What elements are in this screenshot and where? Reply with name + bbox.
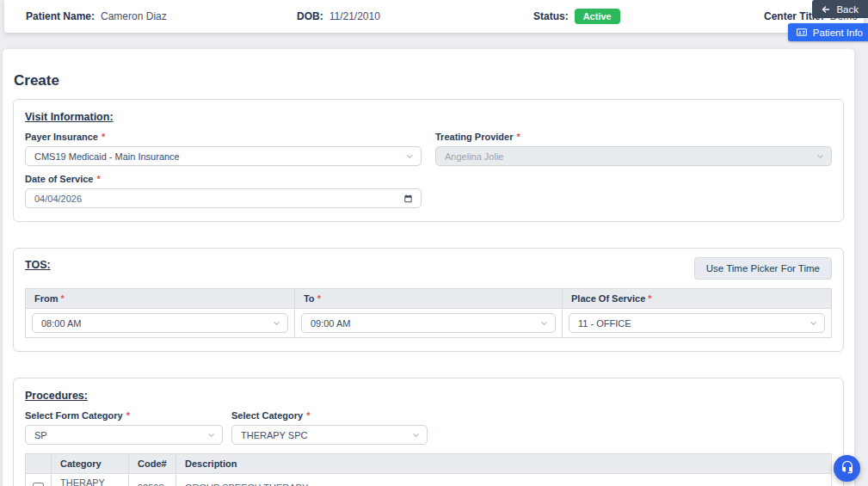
chevron-down-icon: [405, 151, 415, 161]
required-marker: *: [306, 410, 310, 421]
tos-from-cell: 08:00 AM: [26, 309, 295, 338]
procedures-category-header: Category: [52, 454, 129, 474]
procedure-description-cell: GROUP SPEECH THERAPY: [176, 474, 832, 486]
payer-insurance-field: Payer Insurance * CMS19 Medicaid - Main …: [25, 124, 422, 166]
to-time-select[interactable]: 09:00 AM: [301, 313, 556, 333]
select-form-category-field: Select Form Category * SP: [25, 403, 223, 445]
from-time-value: 08:00 AM: [41, 318, 81, 329]
dob-value: 11/21/2010: [329, 10, 380, 22]
select-category-select[interactable]: THERAPY SPC: [231, 425, 428, 445]
required-marker: *: [102, 132, 105, 142]
chevron-down-icon: [411, 430, 421, 440]
page-title: Create: [14, 72, 844, 89]
procedures-table: Category Code# Description THERAPY SPC 9…: [25, 453, 832, 486]
to-time-value: 09:00 AM: [311, 318, 350, 329]
select-form-category-value: SP: [34, 430, 47, 440]
procedures-checkbox-header: [26, 454, 52, 474]
procedures-table-body: THERAPY SPC 92508 GROUP SPEECH THERAPY T…: [26, 474, 832, 486]
required-marker: *: [516, 132, 520, 142]
select-category-field: Select Category * THERAPY SPC: [231, 403, 428, 445]
date-of-service-value: 04/04/2026: [34, 194, 82, 204]
tos-to-cell: 09:00 AM: [294, 309, 562, 338]
chevron-down-icon: [539, 318, 549, 328]
tos-pos-header: Place Of Service *: [563, 289, 832, 309]
tos-pos-cell: 11 - OFFICE: [563, 309, 832, 338]
required-marker: *: [96, 174, 100, 184]
procedures-description-header: Description: [176, 454, 832, 474]
tos-to-header: To *: [294, 289, 562, 309]
headset-icon: [840, 460, 854, 477]
procedures-code-header: Code#: [129, 454, 176, 474]
procedures-section: Procedures: Select Form Category * SP Se…: [13, 378, 844, 486]
support-button[interactable]: [834, 455, 860, 482]
procedure-category-cell: THERAPY SPC: [52, 474, 129, 486]
back-button[interactable]: Back: [812, 0, 868, 18]
from-time-select[interactable]: 08:00 AM: [32, 313, 288, 333]
tos-title: TOS:: [25, 259, 51, 271]
patient-header-bar: Patient Name: Cameron Diaz DOB: 11/21/20…: [4, 0, 864, 33]
tos-table: From * To * Place Of Service * 08:00 AM: [25, 288, 832, 338]
required-marker: *: [126, 410, 130, 421]
id-card-icon: [796, 27, 808, 38]
select-category-label: Select Category *: [231, 410, 428, 421]
back-button-label: Back: [836, 4, 859, 15]
date-of-service-input[interactable]: 04/04/2026: [25, 188, 422, 208]
treating-provider-label: Treating Provider *: [435, 132, 832, 142]
select-form-category-label: Select Form Category *: [25, 410, 223, 421]
patient-name-value: Cameron Diaz: [101, 10, 167, 22]
procedures-title: Procedures:: [25, 390, 88, 402]
place-of-service-value: 11 - OFFICE: [578, 318, 631, 329]
chevron-down-icon: [272, 318, 281, 328]
procedure-checkbox-cell: [26, 474, 52, 486]
tos-from-header: From *: [26, 289, 295, 309]
calendar-icon[interactable]: [403, 194, 413, 203]
patient-info-button[interactable]: Patient Info: [788, 23, 868, 41]
status-badge: Active: [575, 9, 620, 24]
tos-section: TOS: Use Time Picker For Time From * To …: [13, 248, 844, 352]
visit-information-section: Visit Information: Payer Insurance * CMS…: [13, 99, 844, 222]
date-of-service-label: Date of Service *: [25, 174, 422, 184]
chevron-down-icon: [809, 318, 818, 328]
payer-insurance-select[interactable]: CMS19 Medicaid - Main Insurance: [25, 146, 422, 166]
procedure-code-cell: 92508: [129, 474, 176, 486]
patient-name-group: Patient Name: Cameron Diaz: [26, 0, 167, 33]
status-label: Status:: [533, 10, 569, 22]
payer-insurance-label: Payer Insurance *: [25, 132, 422, 142]
patient-name-label: Patient Name:: [26, 10, 95, 22]
dob-group: DOB: 11/21/2010: [297, 0, 380, 33]
use-time-picker-button[interactable]: Use Time Picker For Time: [694, 257, 832, 280]
treating-provider-value: Angelina Jolie: [445, 151, 504, 162]
date-of-service-field: Date of Service * 04/04/2026: [25, 166, 422, 208]
procedure-row: THERAPY SPC 92508 GROUP SPEECH THERAPY: [26, 474, 832, 486]
chevron-down-icon: [816, 151, 825, 161]
status-group: Status: Active: [533, 0, 620, 33]
back-arrow-icon: [821, 4, 831, 15]
place-of-service-select[interactable]: 11 - OFFICE: [569, 313, 825, 333]
chevron-down-icon: [206, 430, 216, 440]
procedure-checkbox[interactable]: [33, 483, 44, 486]
patient-info-button-label: Patient Info: [813, 28, 863, 38]
select-form-category-select[interactable]: SP: [25, 425, 223, 445]
payer-insurance-value: CMS19 Medicaid - Main Insurance: [34, 151, 180, 162]
treating-provider-field: Treating Provider * Angelina Jolie: [435, 124, 832, 166]
create-visit-card: Create Visit Information: Payer Insuranc…: [3, 49, 854, 486]
dob-label: DOB:: [297, 10, 323, 22]
treating-provider-select[interactable]: Angelina Jolie: [435, 146, 832, 166]
select-category-value: THERAPY SPC: [241, 430, 307, 440]
visit-information-title: Visit Information:: [25, 111, 114, 123]
